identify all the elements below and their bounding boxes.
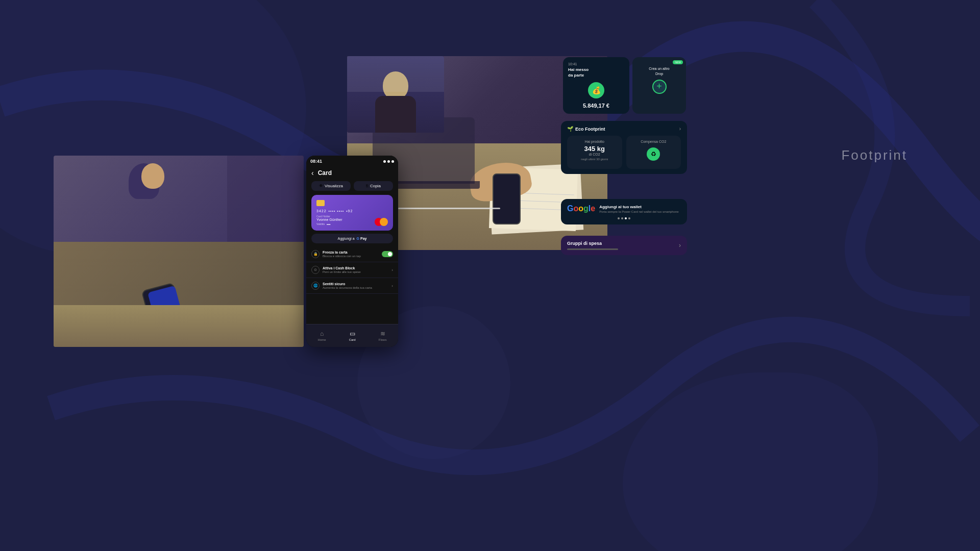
plus-circle[interactable]: + — [652, 80, 667, 94]
eye-icon: 👁 — [319, 184, 323, 188]
footprint-label: Footprint — [841, 147, 908, 163]
left-video-top — [54, 156, 304, 242]
home-label: Home — [318, 338, 326, 341]
gpay-icon: Google — [567, 204, 595, 213]
freeze-toggle[interactable] — [382, 251, 393, 257]
back-button[interactable]: ‹ — [311, 169, 314, 177]
validity-value: ••• — [327, 222, 330, 226]
copy-button[interactable]: ⎘ Copia — [354, 181, 393, 191]
savings-amount: 5.849,17 € — [568, 103, 624, 109]
wallet-card: Google Aggiungi al tuo wallet Porta semp… — [561, 199, 687, 224]
eco-title: Eco Footprint — [575, 127, 605, 132]
card-holder-name: Yvonne Günther — [316, 218, 342, 221]
compensate-box: Compensa CO2 ♻ — [626, 136, 681, 169]
card-actions: 👁 Visualizza ⎘ Copia — [306, 179, 398, 193]
co2-produced-label: Hai prodotto — [571, 140, 618, 143]
gpay-logo: G Pay — [357, 237, 367, 240]
credit-card: 3422 •••• •••• •92 Card Holder Yvonne Gü… — [311, 195, 393, 231]
signal-dot-1 — [383, 160, 386, 163]
freeze-card-item[interactable]: 🔒 Freeza la carta Blocca e sblocca con u… — [306, 246, 398, 262]
eco-footprint-card: 🌱 Eco Footprint › Hai prodotto 345 kg di… — [561, 121, 687, 174]
gruppi-card[interactable]: Gruppi di spesa › — [561, 236, 687, 255]
card-nav-label: Card — [349, 338, 356, 341]
cashblock-icon: ⊙ — [311, 266, 320, 274]
cash-block-content: Attiva i Cash Block Poni un limite alle … — [323, 266, 391, 273]
mastercard-logo — [375, 218, 388, 226]
wallet-dot-1 — [618, 217, 620, 219]
create-drop-label: Crea un altro Drop — [649, 66, 669, 77]
lock-icon: 🔒 — [311, 250, 320, 258]
co2-unit: di CO2 — [571, 153, 618, 156]
card-nav-icon: ▭ — [350, 330, 355, 337]
eco-note: negli ultimi 30 giorni — [571, 158, 618, 161]
security-content: Sentiti sicuro Aumenta la sicurezza dell… — [323, 282, 391, 289]
wallet-dot-3-active — [625, 217, 627, 219]
app-header: ‹ Card — [306, 167, 398, 179]
freeze-card-subtitle: Blocca e sblocca con un tap — [323, 255, 382, 258]
globe-icon: 🌐 — [311, 282, 320, 290]
cash-block-chevron: › — [391, 268, 393, 272]
card-number-partial: 3422 — [316, 209, 327, 213]
wallet-content-row: Google Aggiungi al tuo wallet Porta semp… — [567, 204, 681, 213]
signal-dot-2 — [387, 160, 390, 163]
gruppi-chevron[interactable]: › — [679, 242, 681, 249]
compensate-label: Compensa CO2 — [630, 140, 677, 143]
freeze-card-title: Freeza la carta — [323, 251, 382, 254]
mobile-app: 08:41 ‹ Card 👁 Visualizza ⎘ Copia 3422 •… — [306, 156, 398, 347]
savings-time: 10:41 — [568, 62, 624, 66]
cash-block-item[interactable]: ⊙ Attiva i Cash Block Poni un limite all… — [306, 262, 398, 278]
home-icon: ⌂ — [320, 330, 324, 337]
savings-icon: 💰 — [588, 82, 604, 98]
savings-card: 10:41 Hai messo da parte 💰 5.849,17 € — [563, 57, 629, 114]
wallet-text: Aggiungi al tuo wallet Porta sempre la P… — [599, 205, 681, 213]
signal-dot-3 — [391, 160, 394, 163]
validity-label: Validità — [316, 222, 325, 226]
card-bottom-row: Card Holder Yvonne Günther Validità ••• — [316, 215, 388, 226]
card-number-last: •92 — [346, 209, 353, 213]
freeze-card-content: Freeza la carta Blocca e sblocca con un … — [323, 251, 382, 258]
create-drop-card: NEW Crea un altro Drop + — [632, 57, 686, 114]
copy-icon: ⎘ — [366, 184, 369, 188]
gpay-prefix: Aggiungi a — [338, 237, 355, 240]
status-icons — [383, 160, 394, 163]
gruppi-content: Gruppi di spesa — [567, 241, 618, 250]
create-drop-badge: NEW — [673, 60, 683, 64]
card-title: Card — [318, 169, 332, 177]
nav-home[interactable]: ⌂ Home — [318, 330, 326, 341]
recycle-icon[interactable]: ♻ — [647, 147, 660, 161]
bottom-nav: ⌂ Home ▭ Card ≋ Flows — [306, 324, 398, 347]
gpay-button[interactable]: Aggiungi a G Pay — [311, 234, 393, 243]
toggle-dot — [388, 252, 392, 256]
nav-flows[interactable]: ≋ Flows — [379, 330, 387, 341]
visualize-button[interactable]: 👁 Visualizza — [311, 181, 351, 191]
card-number-masked: •••• •••• — [329, 209, 345, 213]
leaf-icon: 🌱 — [567, 126, 573, 132]
co2-produced-box: Hai prodotto 345 kg di CO2 negli ultimi … — [567, 136, 622, 169]
status-time: 08:41 — [310, 159, 322, 164]
gruppi-title: Gruppi di spesa — [567, 241, 618, 246]
savings-section: 10:41 Hai messo da parte 💰 5.849,17 € NE… — [563, 57, 686, 114]
cash-block-subtitle: Poni un limite alle tue spese — [323, 270, 391, 273]
eco-chevron[interactable]: › — [679, 126, 681, 132]
wallet-pagination — [567, 217, 681, 219]
card-chip — [316, 200, 325, 206]
nav-card[interactable]: ▭ Card — [349, 330, 356, 341]
co2-value: 345 kg — [571, 145, 618, 153]
mc-circle-yellow — [380, 218, 388, 226]
security-subtitle: Aumenta la sicurezza della tua carta — [323, 286, 391, 289]
security-title: Sentiti sicuro — [323, 282, 391, 286]
inset-video-panel — [347, 56, 444, 133]
cash-block-title: Attiva i Cash Block — [323, 266, 391, 270]
left-video-panel — [54, 156, 304, 347]
copy-label: Copia — [370, 184, 381, 188]
eco-header: 🌱 Eco Footprint › — [567, 126, 681, 132]
security-chevron: › — [391, 284, 393, 288]
wallet-dot-2 — [621, 217, 623, 219]
security-item[interactable]: 🌐 Sentiti sicuro Aumenta la sicurezza de… — [306, 278, 398, 294]
left-video-bottom — [54, 242, 304, 347]
flows-icon: ≋ — [380, 330, 385, 337]
flows-label: Flows — [379, 338, 387, 341]
bg-decoration-2 — [623, 372, 878, 551]
visualize-label: Visualizza — [325, 184, 343, 188]
wallet-subtitle: Porta sempre la Power Card nel wallet de… — [599, 210, 681, 213]
